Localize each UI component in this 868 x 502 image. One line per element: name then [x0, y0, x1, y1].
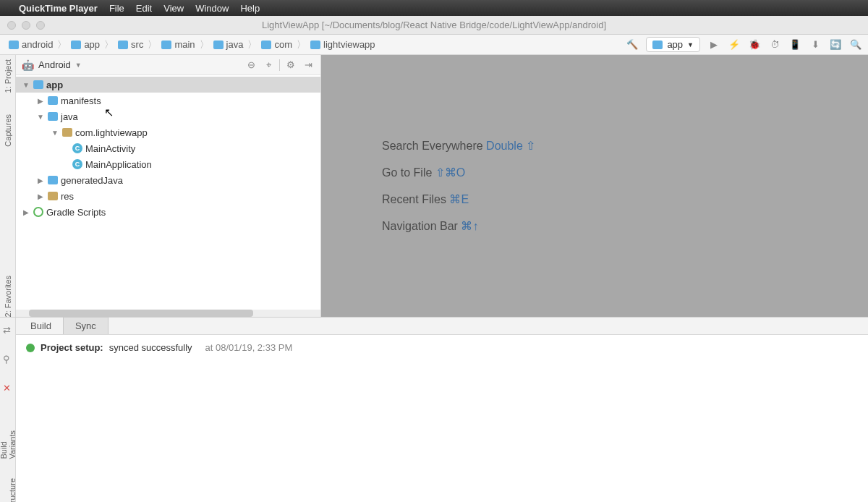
sync-gradle-icon[interactable]: 🔄 — [829, 38, 842, 51]
menu-help[interactable]: Help — [240, 3, 260, 14]
arrow-down-icon[interactable]: ▼ — [51, 129, 59, 137]
sync-message: synced successfully — [109, 342, 192, 353]
sync-status-line: Project setup: synced successfully at 08… — [26, 342, 858, 353]
tree-node-app[interactable]: ▼ app — [16, 77, 320, 93]
chevron-right-icon: 〉 — [56, 38, 68, 51]
hint-search-everywhere: Search Everywhere Double ⇧ — [382, 139, 535, 153]
folder-icon — [9, 41, 19, 49]
horizontal-scrollbar[interactable] — [16, 310, 320, 317]
apply-changes-icon[interactable]: ⚡ — [728, 38, 741, 51]
hint-goto-file: Go to File ⇧⌘O — [382, 166, 465, 179]
tree-label: app — [46, 80, 63, 90]
breadcrumb: android〉 app〉 src〉 main〉 java〉 com〉 ligh… — [6, 38, 378, 51]
mac-menubar: QuickTime Player File Edit View Window H… — [0, 0, 868, 16]
tool-tab-project[interactable]: 1: Project — [4, 59, 12, 93]
tree-label: MainApplication — [85, 159, 152, 170]
menu-file[interactable]: File — [109, 3, 124, 14]
collapse-all-icon[interactable]: ⊖ — [244, 59, 258, 72]
hint-navigation-bar: Navigation Bar ⌘↑ — [382, 219, 478, 233]
crumb-lightviewapp[interactable]: lightviewapp — [307, 39, 378, 50]
run-config-label: app — [667, 39, 683, 50]
folder-icon — [48, 96, 58, 105]
crumb-label: android — [22, 39, 53, 50]
arrow-down-icon[interactable]: ▼ — [22, 81, 30, 89]
chevron-right-icon: 〉 — [198, 38, 210, 51]
package-icon — [62, 128, 72, 137]
search-icon[interactable]: 🔍 — [849, 38, 862, 51]
build-tabs: Build Sync — [16, 318, 868, 335]
close-icon[interactable]: ✕ — [3, 383, 13, 393]
tree-node-mainactivity[interactable]: C MainActivity — [16, 140, 320, 156]
target-icon[interactable]: ⌖ — [262, 59, 275, 72]
profiler-icon[interactable]: ⏱ — [768, 38, 781, 51]
tab-build[interactable]: Build — [19, 318, 63, 334]
chevron-down-icon[interactable]: ▼ — [75, 61, 82, 69]
tree-node-res[interactable]: ▶ res — [16, 188, 320, 204]
tool-tab-captures[interactable]: Captures — [4, 114, 12, 147]
tree-node-gradle[interactable]: ▶ Gradle Scripts — [16, 204, 320, 220]
arrow-right-icon[interactable]: ▶ — [36, 192, 45, 200]
arrow-right-icon[interactable]: ▶ — [36, 97, 45, 105]
tree-node-package[interactable]: ▼ com.lightviewapp — [16, 124, 320, 140]
zoom-dot[interactable] — [36, 21, 45, 30]
crumb-main[interactable]: main — [158, 39, 197, 50]
hint-label: Go to File — [382, 166, 432, 179]
debug-icon[interactable]: 🐞 — [748, 38, 761, 51]
gear-icon[interactable]: ⚙ — [284, 59, 297, 72]
crumb-label: app — [84, 39, 100, 50]
hint-label: Navigation Bar — [382, 220, 458, 232]
project-tree[interactable]: ▼ app ▶ manifests ▼ java ▼ com.lightview… — [16, 75, 320, 310]
tool-tab-build-variants[interactable]: Build Variants — [0, 430, 17, 459]
tree-node-manifests[interactable]: ▶ manifests — [16, 93, 320, 109]
tree-node-java[interactable]: ▼ java — [16, 109, 320, 124]
crumb-java[interactable]: java — [210, 39, 247, 50]
editor-empty-state: Search Everywhere Double ⇧ Go to File ⇧⌘… — [321, 55, 868, 317]
tool-tab-structure[interactable]: 2: Structure — [0, 478, 17, 502]
filter-icon[interactable]: ⚲ — [3, 354, 13, 364]
hint-shortcut: Double ⇧ — [486, 140, 535, 152]
crumb-label: src — [131, 39, 143, 50]
project-view-label[interactable]: Android — [38, 59, 71, 70]
hint-shortcut: ⌘↑ — [461, 220, 478, 232]
tree-label: manifests — [61, 95, 101, 106]
arrow-right-icon[interactable]: ▶ — [22, 208, 30, 216]
chevron-right-icon: 〉 — [103, 38, 115, 51]
run-config-selector[interactable]: app ▼ — [646, 37, 700, 52]
menu-edit[interactable]: Edit — [136, 3, 152, 14]
hint-shortcut: ⇧⌘O — [435, 166, 465, 179]
success-icon — [26, 344, 35, 352]
minimize-dot[interactable] — [22, 21, 30, 30]
left-tool-strip-bottom: ⇄ ⚲ ✕ Build Variants 2: Structure — [0, 318, 16, 502]
window-titlebar: LightViewApp [~/Documents/blog/React Nat… — [0, 16, 868, 35]
folder-icon — [71, 41, 81, 49]
hammer-icon[interactable]: 🔨 — [626, 38, 639, 51]
close-dot[interactable] — [7, 21, 16, 30]
sdk-manager-icon[interactable]: ⬇ — [809, 38, 822, 51]
tree-node-mainapplication[interactable]: C MainApplication — [16, 156, 320, 172]
tool-tab-favorites[interactable]: 2: Favorites — [4, 276, 12, 317]
folder-icon — [310, 41, 320, 49]
arrow-down-icon[interactable]: ▼ — [36, 113, 45, 121]
run-icon[interactable]: ▶ — [707, 38, 720, 51]
scrollbar-thumb[interactable] — [29, 310, 253, 317]
menu-view[interactable]: View — [163, 3, 184, 14]
hint-label: Recent Files — [382, 193, 446, 205]
avd-icon[interactable]: 📱 — [788, 38, 801, 51]
menubar-appname[interactable]: QuickTime Player — [19, 3, 98, 14]
folder-icon — [118, 41, 128, 49]
toggle-view-icon[interactable]: ⇄ — [3, 325, 13, 335]
crumb-label: com — [274, 39, 292, 50]
tree-node-generatedjava[interactable]: ▶ generatedJava — [16, 172, 320, 188]
crumb-app[interactable]: app — [68, 39, 103, 50]
crumb-com[interactable]: com — [258, 39, 295, 50]
menu-window[interactable]: Window — [195, 3, 229, 14]
main-toolbar: 🔨 app ▼ ▶ ⚡ 🐞 ⏱ 📱 ⬇ 🔄 🔍 — [626, 37, 862, 52]
tab-sync[interactable]: Sync — [63, 317, 109, 334]
crumb-src[interactable]: src — [115, 39, 146, 50]
crumb-android[interactable]: android — [6, 39, 56, 50]
gradle-icon — [33, 207, 43, 217]
tree-label: Gradle Scripts — [46, 207, 106, 218]
arrow-right-icon[interactable]: ▶ — [36, 176, 45, 184]
class-icon: C — [72, 159, 82, 169]
hide-icon[interactable]: ⇥ — [302, 59, 315, 72]
